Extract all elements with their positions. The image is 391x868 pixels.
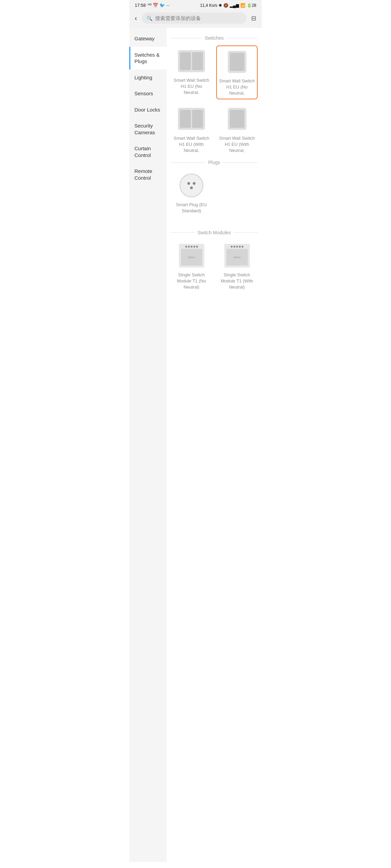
spacer — [171, 219, 258, 226]
switch-gang-single — [230, 53, 244, 71]
section-title-plugs: Plugs — [208, 160, 220, 165]
signal-icon: ▂▄▆ — [230, 3, 239, 8]
device-label-3: Smart Wall Switch H1 EU (With Neutral, — [173, 135, 210, 154]
section-line-plugs-right — [223, 162, 258, 163]
mute-icon: 🔕 — [223, 3, 228, 8]
switch-gang-right-2 — [192, 110, 203, 128]
sidebar-item-security-cameras[interactable]: Security Cameras — [129, 118, 167, 140]
switches-grid: Smart Wall Switch H1 EU (No Neutral, Sma… — [171, 45, 258, 156]
section-line-right — [226, 38, 258, 38]
switch-two-gang-icon — [178, 50, 205, 72]
content-area: Switches Smart Wall Switch H1 EU (No Neu… — [167, 28, 262, 862]
module-body-1: Aqara — [181, 249, 202, 265]
device-switch-h1-no-neutral-1gang[interactable]: Smart Wall Switch H1 EU (No Neutral, — [216, 45, 258, 99]
module-dot — [236, 246, 238, 248]
device-label-plug-eu: Smart Plug (EU Standard) — [173, 202, 210, 214]
network-speed: 11,4 Ko/s — [200, 3, 217, 8]
plug-face — [187, 182, 196, 189]
module-brand-label: Aqara — [188, 256, 195, 259]
switch-gang-left-2 — [180, 110, 191, 128]
switch-module-icon-2: Aqara — [224, 244, 250, 268]
switch-two-gang-icon-2 — [178, 108, 205, 130]
sidebar-item-gateway[interactable]: Gateway — [129, 31, 167, 47]
device-switch-h1-with-neutral-1gang[interactable]: Smart Wall Switch H1 EU (With Neutral, — [216, 103, 258, 156]
search-bar: 🔍 — [142, 13, 246, 24]
plug-holes — [187, 182, 196, 185]
switch-one-gang-icon — [228, 51, 246, 73]
section-title-switches: Switches — [205, 35, 224, 41]
section-line-plugs-left — [171, 162, 205, 163]
section-line-modules-right — [234, 232, 258, 233]
plug-hole-right — [193, 182, 196, 185]
bluetooth-icon: ✱ — [219, 3, 222, 8]
module-dot — [239, 246, 241, 248]
module-dots-2 — [231, 246, 243, 248]
module-brand-label-2: Aqara — [233, 256, 240, 259]
sidebar-item-lighting[interactable]: Lighting — [129, 70, 167, 86]
device-switch-h1-with-neutral-2gang[interactable]: Smart Wall Switch H1 EU (With Neutral, — [171, 103, 212, 156]
device-label-1: Smart Wall Switch H1 EU (No Neutral, — [173, 77, 210, 96]
battery-icon: 🔋28 — [247, 3, 256, 8]
module-dot — [188, 246, 190, 248]
module-body-2: Aqara — [226, 249, 248, 265]
switch-module-icon-1: Aqara — [179, 244, 204, 268]
device-single-switch-module-no-neutral[interactable]: Aqara Single Switch Module T1 (No Neutra… — [171, 240, 212, 293]
search-icon: 🔍 — [147, 16, 152, 21]
module-dot — [234, 246, 235, 248]
device-single-switch-module-with-neutral[interactable]: Aqara Single Switch Module T1 (With Neut… — [216, 240, 258, 293]
device-image-2gang-with-neutral — [174, 105, 208, 133]
section-title-switch-modules: Switch Modules — [198, 230, 231, 235]
status-icons: ᴴᴰ 📅 🐦 ··· — [148, 3, 170, 8]
plug-circle-icon — [180, 174, 203, 197]
device-label-module-1: Single Switch Module T1 (No Neutral) — [173, 272, 210, 291]
wifi-icon: 📶 — [240, 3, 245, 8]
header: ‹ 🔍 ⊟ — [129, 10, 262, 28]
scan-button[interactable]: ⊟ — [250, 13, 258, 23]
device-label-2: Smart Wall Switch H1 EU (No Neutral, — [219, 78, 255, 97]
section-header-switches: Switches — [171, 35, 258, 41]
module-dots-1 — [185, 246, 198, 248]
module-dot — [196, 246, 198, 248]
switch-one-gang-icon-2 — [228, 108, 246, 130]
section-line-modules-left — [171, 232, 195, 233]
status-left: 17:58 ᴴᴰ 📅 🐦 ··· — [135, 3, 170, 8]
sidebar-item-remote-control[interactable]: Remote Control — [129, 163, 167, 186]
device-switch-h1-no-neutral-2gang[interactable]: Smart Wall Switch H1 EU (No Neutral, — [171, 45, 212, 99]
back-button[interactable]: ‹ — [133, 13, 138, 23]
plug-hole-bottom — [190, 186, 193, 189]
switch-gang-left — [180, 52, 191, 70]
plug-hole-left — [187, 182, 190, 185]
section-header-plugs: Plugs — [171, 160, 258, 165]
plugs-grid: Smart Plug (EU Standard) — [171, 170, 258, 216]
module-dot — [191, 246, 192, 248]
device-image-1gang-with-neutral — [220, 105, 254, 133]
switch-gang-single-2 — [230, 110, 244, 128]
device-label-4: Smart Wall Switch H1 EU (With Neutral, — [218, 135, 256, 154]
module-dot — [242, 246, 243, 248]
status-time: 17:58 — [135, 3, 146, 8]
sidebar-item-sensors[interactable]: Sensors — [129, 85, 167, 102]
sidebar-item-switches-plugs[interactable]: Switches & Plugs — [129, 47, 167, 70]
module-dot — [185, 246, 187, 248]
status-right: 11,4 Ko/s ✱ 🔕 ▂▄▆ 📶 🔋28 — [200, 3, 256, 8]
device-image-2gang-no-neutral — [174, 47, 208, 75]
device-label-module-2: Single Switch Module T1 (With Neutral) — [218, 272, 256, 291]
sidebar-item-door-locks[interactable]: Door Locks — [129, 102, 167, 118]
main-layout: Gateway Switches & Plugs Lighting Sensor… — [129, 28, 262, 862]
sidebar-item-curtain-control[interactable]: Curtain Control — [129, 140, 167, 163]
device-image-1gang-no-neutral — [220, 48, 254, 75]
section-line-left — [171, 38, 202, 38]
sidebar: Gateway Switches & Plugs Lighting Sensor… — [129, 28, 167, 862]
device-image-module-with-neutral: Aqara — [220, 242, 254, 269]
device-image-module-no-neutral: Aqara — [174, 242, 208, 269]
device-smart-plug-eu[interactable]: Smart Plug (EU Standard) — [171, 170, 212, 216]
search-input[interactable] — [155, 15, 242, 21]
status-bar: 17:58 ᴴᴰ 📅 🐦 ··· 11,4 Ko/s ✱ 🔕 ▂▄▆ 📶 🔋28 — [129, 0, 262, 10]
switch-gang-right — [192, 52, 203, 70]
section-header-switch-modules: Switch Modules — [171, 230, 258, 235]
switch-modules-grid: Aqara Single Switch Module T1 (No Neutra… — [171, 240, 258, 293]
device-image-plug-eu — [174, 172, 208, 199]
module-dot — [193, 246, 195, 248]
module-dot — [231, 246, 232, 248]
